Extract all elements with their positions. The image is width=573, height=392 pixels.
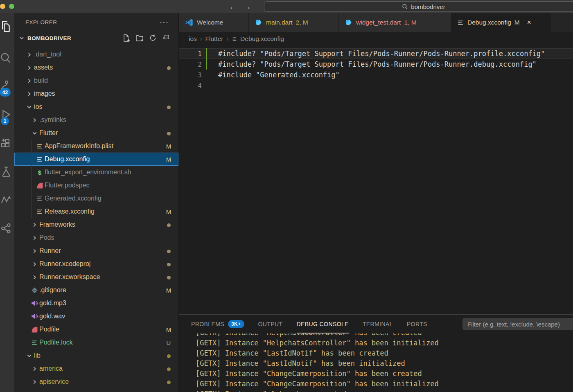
tree-item-podfile[interactable]: PodfileM	[14, 323, 178, 336]
tree-item-assets[interactable]: assets	[14, 61, 178, 74]
tree-item-images[interactable]: images	[14, 87, 178, 100]
tree-item-flutter-export-environment-sh[interactable]: $flutter_export_environment.sh	[14, 166, 178, 179]
source-control-badge: 42	[0, 88, 11, 97]
tree-item-label: .dart_tool	[34, 51, 178, 58]
new-file-icon[interactable]	[122, 34, 131, 43]
refresh-icon[interactable]	[149, 34, 157, 42]
workspace-section-header[interactable]: BOMBODRIVER	[14, 31, 178, 45]
tree-item-label: Frameworks	[39, 221, 165, 228]
tree-item-apiservice[interactable]: apiservice	[14, 375, 178, 388]
code-editor[interactable]: 1#include? "Pods/Target Support Files/Po…	[179, 46, 573, 314]
panel-tab-label: DEBUG CONSOLE	[297, 321, 349, 327]
panel-tab-terminal[interactable]: TERMINAL	[363, 315, 393, 333]
audio-file-icon	[29, 313, 39, 320]
tab-main-dart[interactable]: main.dart2, M	[249, 13, 339, 32]
debug-console-output[interactable]: [GETX] Instance "HelpchatsController" ha…	[179, 333, 573, 392]
tab-label: Welcome	[197, 19, 223, 26]
panel-tab-output[interactable]: OUTPUT	[258, 315, 283, 333]
git-changes-dot-badge	[165, 248, 173, 255]
panel-tab-debug-console[interactable]: DEBUG CONSOLE	[297, 315, 349, 333]
explorer-more-actions-icon[interactable]: ···	[160, 18, 169, 27]
tab-welcome[interactable]: Welcome	[179, 13, 249, 32]
tree-item-pods[interactable]: Pods	[14, 231, 178, 244]
run-debug-icon[interactable]: 1	[0, 105, 14, 124]
shell-file-icon: $	[35, 169, 45, 176]
panel-tab-bar: PROBLEMS3K+OUTPUTDEBUG CONSOLETERMINALPO…	[179, 315, 573, 333]
tab-label: Debug.xcconfig	[467, 19, 511, 26]
tree-item-runner-xcodeproj[interactable]: Runner.xcodeproj	[14, 257, 178, 270]
tree-item-podfile-lock[interactable]: Podfile.lockU	[14, 336, 178, 349]
tree-item-controller[interactable]: Controller	[14, 388, 178, 392]
chevron-down-icon	[18, 35, 25, 41]
workspace-name: BOMBODRIVER	[27, 35, 71, 41]
graph-icon[interactable]	[0, 190, 14, 210]
panel-tab-label: OUTPUT	[258, 321, 283, 327]
extensions-icon[interactable]	[0, 133, 14, 153]
tree-item-flutter[interactable]: Flutter	[14, 126, 178, 140]
git-status-badge: M	[165, 143, 173, 150]
tab-dirty-problems-suffix: M	[514, 19, 520, 26]
tree-item-lib[interactable]: lib	[14, 349, 178, 362]
new-folder-icon[interactable]	[135, 34, 144, 43]
tree-item-gold-mp3[interactable]: gold.mp3	[14, 297, 178, 310]
tree-item-appframeworkinfo-plist[interactable]: AppFrameworkInfo.plistM	[14, 140, 178, 153]
window-traffic-lights[interactable]	[0, 4, 14, 9]
code-line-1[interactable]: 1#include? "Pods/Target Support Files/Po…	[179, 48, 573, 59]
tree-item-ios[interactable]: ios	[14, 100, 178, 113]
breadcrumb-item-file[interactable]: Debug.xcconfig	[232, 35, 284, 43]
minimize-button[interactable]	[0, 4, 5, 9]
breadcrumb-item-ios[interactable]: ios	[189, 35, 197, 43]
collapse-all-icon[interactable]	[162, 34, 170, 42]
breadcrumb: ios › Flutter › Debug.xcconfig	[179, 32, 573, 46]
tree-item-generated-xcconfig[interactable]: Generated.xcconfig	[14, 192, 178, 205]
tree-item-label: Pods	[39, 234, 178, 241]
close-icon[interactable]: ×	[527, 18, 531, 27]
tree-item--gitignore[interactable]: .gitignoreM	[14, 284, 178, 297]
git-changes-dot-badge	[165, 130, 173, 137]
code-text: #include "Generated.xcconfig"	[202, 71, 340, 79]
tab-debug-xcconfig[interactable]: Debug.xcconfigM×	[451, 13, 551, 32]
tree-item-america[interactable]: america	[14, 362, 178, 375]
tree-item-label: america	[39, 365, 165, 372]
back-button[interactable]: ←	[229, 2, 237, 11]
search-icon[interactable]	[0, 48, 14, 68]
testing-icon[interactable]	[0, 162, 14, 182]
tab-widget-test-dart[interactable]: widget_test.dart1, M	[339, 13, 451, 32]
tree-item-runner[interactable]: Runner	[14, 244, 178, 257]
code-line-2[interactable]: 2#include? "Pods/Target Support Files/Po…	[179, 59, 573, 70]
search-icon	[402, 4, 408, 10]
breadcrumb-item-flutter[interactable]: Flutter	[205, 35, 223, 43]
command-center-search[interactable]: bombodriver	[264, 1, 573, 12]
indent-guide	[31, 140, 32, 218]
zoom-button[interactable]	[9, 4, 14, 9]
tree-item-release-xcconfig[interactable]: Release.xcconfigM	[14, 205, 178, 218]
console-log-line: [GETX] Instance "LastIdNotif" has been c…	[196, 348, 573, 358]
panel-tab-label: PORTS	[407, 321, 427, 327]
code-line-4[interactable]: 4	[179, 80, 573, 91]
tree-item-build[interactable]: build	[14, 74, 178, 87]
git-changes-dot-badge	[165, 104, 173, 110]
tree-item-flutter-podspec[interactable]: Flutter.podspec	[14, 179, 178, 192]
panel-tab-problems[interactable]: PROBLEMS3K+	[191, 315, 244, 333]
tree-item-label: .symlinks	[39, 116, 178, 124]
explorer-icon[interactable]	[0, 17, 14, 36]
tree-item-frameworks[interactable]: Frameworks	[14, 218, 178, 231]
tree-item--dart-tool[interactable]: .dart_tool	[14, 48, 178, 61]
tree-item-debug-xcconfig[interactable]: Debug.xcconfigM	[14, 153, 178, 166]
source-control-icon[interactable]: 42	[0, 76, 14, 96]
tree-item-gold-wav[interactable]: gold.wav	[14, 310, 178, 323]
code-text: #include? "Pods/Target Support Files/Pod…	[202, 60, 537, 68]
remote-tools-icon[interactable]	[0, 219, 14, 238]
code-line-3[interactable]: 3#include "Generated.xcconfig"	[179, 70, 573, 80]
tree-item-runner-xcworkspace[interactable]: Runner.xcworkspace	[14, 270, 178, 284]
tree-item--symlinks[interactable]: .symlinks	[14, 113, 178, 126]
panel-tab-ports[interactable]: PORTS	[407, 315, 427, 333]
forward-button[interactable]: →	[243, 2, 251, 11]
chevron-right-icon	[24, 90, 34, 97]
git-changes-dot-badge	[165, 261, 173, 268]
tree-item-label: Podfile.lock	[39, 339, 165, 346]
console-filter-input[interactable]	[462, 318, 573, 330]
editor-area: Welcomemain.dart2, Mwidget_test.dart1, M…	[179, 13, 573, 392]
git-changes-dot-badge	[165, 221, 173, 228]
chevron-right-icon	[29, 234, 39, 241]
